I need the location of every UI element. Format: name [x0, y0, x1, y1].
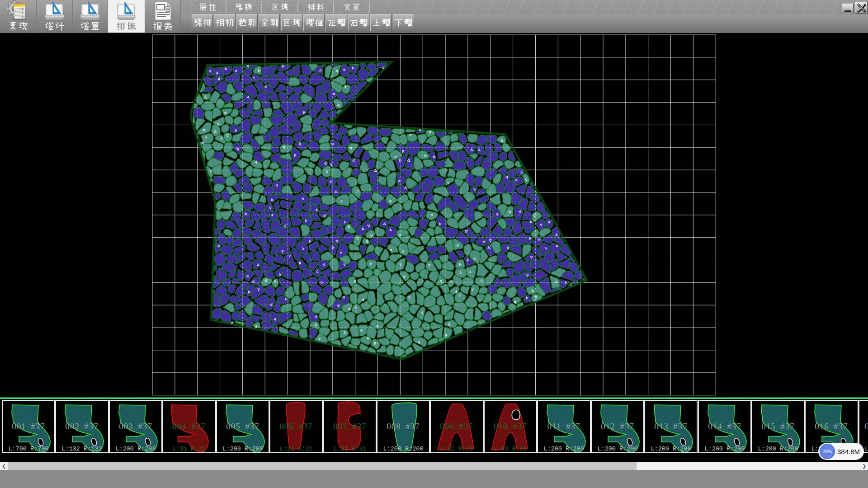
svg-text:016_#37: 016_#37 [815, 422, 849, 431]
svg-text:L:200 R:200: L:200 R:200 [758, 446, 798, 452]
svg-text:009_#37: 009_#37 [440, 422, 474, 431]
svg-text:L:31 R:31: L:31 R:31 [333, 446, 366, 452]
svg-text:014_#37: 014_#37 [708, 422, 741, 431]
svg-text:001_#37: 001_#37 [12, 422, 45, 431]
svg-text:L:200 R:200: L:200 R:200 [865, 446, 868, 452]
svg-text:011_#37: 011_#37 [547, 422, 580, 431]
svg-text:L:31 R:31: L:31 R:31 [173, 446, 206, 452]
svg-text:007_#37: 007_#37 [333, 422, 367, 431]
svg-text:010_#37: 010_#37 [494, 422, 527, 431]
svg-text:L:21 R:21: L:21 R:21 [280, 446, 313, 452]
svg-text:008_#37: 008_#37 [387, 422, 420, 431]
svg-text:005_#37: 005_#37 [226, 422, 259, 431]
svg-text:004_#37: 004_#37 [173, 422, 206, 431]
svg-text:L:200 R:200: L:200 R:200 [544, 446, 584, 452]
svg-text:015_#37: 015_#37 [761, 422, 795, 431]
svg-text:006_#37: 006_#37 [279, 422, 313, 431]
svg-text:L:200 R:200: L:200 R:200 [222, 446, 263, 452]
svg-text:003_#37: 003_#37 [119, 422, 152, 431]
svg-text:002_#37: 002_#37 [66, 422, 99, 431]
svg-text:L:200 R:200: L:200 R:200 [651, 446, 691, 452]
svg-text:L:32 R:31: L:32 R:31 [440, 446, 473, 452]
svg-text:L:200 R:200: L:200 R:200 [383, 446, 423, 452]
svg-text:013_#37: 013_#37 [654, 422, 688, 431]
svg-text:L:33 R:33: L:33 R:33 [494, 446, 527, 452]
svg-text:L:200 R:200: L:200 R:200 [704, 446, 745, 452]
svg-text:L:132 R:132: L:132 R:132 [62, 446, 102, 452]
svg-text:L:200 R:200: L:200 R:200 [597, 446, 637, 452]
svg-text:012_#37: 012_#37 [601, 422, 634, 431]
svg-text:L:200 R:200: L:200 R:200 [115, 446, 156, 452]
svg-text:L:700 R:700: L:700 R:700 [8, 446, 48, 452]
svg-text:017_#37: 017_#37 [865, 422, 868, 431]
